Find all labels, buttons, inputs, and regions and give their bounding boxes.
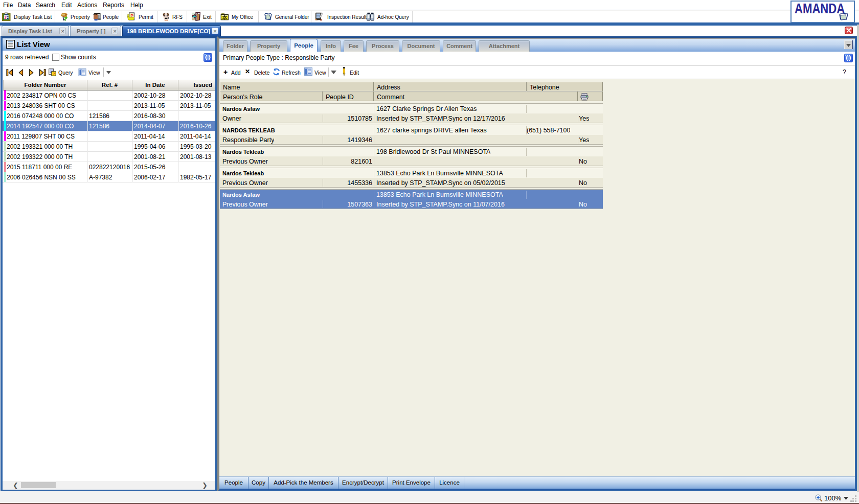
svg-text:?: ?	[53, 72, 55, 76]
